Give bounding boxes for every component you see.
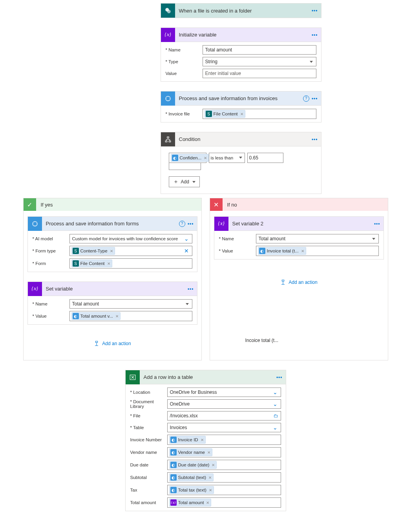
token-input[interactable]: ◐Subtotal (text)✕ <box>167 472 281 483</box>
select-input[interactable]: Invoices⌄ <box>167 423 281 432</box>
set-variable-2-menu-button[interactable]: ••• <box>374 221 380 227</box>
field-label: Name <box>33 302 69 306</box>
dynamic-token[interactable]: ◐Subtotal (text)✕ <box>169 473 214 481</box>
invoice-file-input[interactable]: S File Content ✕ <box>203 109 316 119</box>
field-label: File <box>130 413 167 418</box>
name-select[interactable]: Total amount <box>69 299 192 309</box>
add-action-icon <box>93 340 100 347</box>
process-forms-header[interactable]: Process and save information from forms … <box>28 217 197 231</box>
remove-token-button[interactable]: ✕ <box>205 501 209 505</box>
remove-token-button[interactable]: ✕ <box>106 261 110 266</box>
set-variable-header[interactable]: {𝑥} Set variable ••• <box>28 282 197 296</box>
folder-icon[interactable]: 🗀 <box>274 413 278 419</box>
init-var-menu-button[interactable]: ••• <box>312 32 318 38</box>
set-variable-card: {𝑥} Set variable ••• Name Total amount V… <box>27 282 197 325</box>
value-input[interactable]: Enter initial value <box>203 69 316 78</box>
add-condition-button[interactable]: ＋ Add <box>169 176 200 187</box>
excel-header[interactable]: Add a row into a table ••• <box>126 370 286 384</box>
clear-button[interactable]: ✕ <box>184 248 189 254</box>
dynamic-token[interactable]: {𝑥}Total amount✕ <box>169 499 212 506</box>
file-content-token[interactable]: S File Content ✕ <box>71 260 112 267</box>
token-input[interactable]: {𝑥}Total amount✕ <box>167 497 281 508</box>
select-input[interactable]: OneDrive⌄ <box>167 399 281 409</box>
flow-arrow <box>241 122 241 132</box>
trigger-header[interactable]: When a file is created in a folder ••• <box>161 4 321 18</box>
content-type-token[interactable]: S Content-Type ✕ <box>71 247 115 255</box>
condition-card: Condition ••• ◐ Confiden... ✕ is less th… <box>161 132 321 194</box>
dynamic-token[interactable]: ◐Due date (date)✕ <box>169 461 217 469</box>
remove-token-button[interactable]: ✕ <box>109 249 113 253</box>
ai-builder-icon: ◐ <box>170 449 177 455</box>
token-input[interactable]: ◐Due date (date)✕ <box>167 460 281 470</box>
condition-title: Condition <box>175 136 312 142</box>
condition-value-input[interactable]: 0.65 <box>247 153 283 163</box>
add-action-button[interactable]: Add an action <box>93 340 131 347</box>
remove-token-button[interactable]: ✕ <box>200 438 204 442</box>
process-invoices-header[interactable]: Process and save information from invoic… <box>161 91 321 106</box>
remove-token-button[interactable]: ✕ <box>203 156 207 160</box>
add-action-button[interactable]: Add an action <box>280 279 317 285</box>
ai-builder-icon: ◐ <box>170 474 177 481</box>
name-input[interactable]: Total amount <box>203 45 316 55</box>
svg-point-1 <box>167 10 170 13</box>
init-var-title: Initialize variable <box>175 32 312 38</box>
select-input[interactable]: OneDrive for Business⌄ <box>167 388 281 397</box>
form-type-input[interactable]: S Content-Type ✕ ✕ <box>69 246 192 256</box>
variable-icon: {𝑥} <box>170 499 177 506</box>
condition-header[interactable]: Condition ••• <box>161 132 321 146</box>
condition-left-input[interactable]: ◐ Confiden... ✕ <box>169 153 206 163</box>
type-select[interactable]: String <box>203 57 316 66</box>
value-input[interactable]: ◐ Invoice total (t... ✕ <box>256 246 379 256</box>
name-select[interactable]: Total amount <box>256 234 379 243</box>
chevron-down-icon <box>192 181 195 183</box>
ai-model-select[interactable]: Custom model for invoices with low confi… <box>69 234 192 243</box>
field-label: Total amount <box>130 500 167 505</box>
field-label: Subtotal <box>130 475 167 480</box>
file-input[interactable]: /Invoices.xlsx🗀 <box>167 411 281 420</box>
sharepoint-icon: S <box>206 111 212 117</box>
field-label: Vendor name <box>130 450 167 455</box>
condition-operator-select[interactable]: is less than <box>209 153 245 163</box>
flow-arrow <box>112 272 113 282</box>
dynamic-token[interactable]: ◐Invoice ID✕ <box>169 436 206 444</box>
process-forms-title: Process and save information from forms <box>42 221 179 227</box>
chevron-down-icon: ⌄ <box>273 389 278 395</box>
confidence-token[interactable]: ◐ Confiden... ✕ <box>171 154 209 162</box>
dynamic-token[interactable]: ◐Vendor name✕ <box>169 448 212 456</box>
remove-token-button[interactable]: ✕ <box>208 488 212 492</box>
remove-token-button[interactable]: ✕ <box>239 112 243 116</box>
dynamic-token[interactable]: ◐Total tax (text)✕ <box>169 486 214 494</box>
help-button[interactable]: ? <box>179 221 185 227</box>
trigger-menu-button[interactable]: ••• <box>312 8 318 13</box>
remove-token-button[interactable]: ✕ <box>211 463 215 467</box>
field-label: Invoice file <box>166 112 203 116</box>
field-label: AI model <box>33 236 69 241</box>
total-amount-token[interactable]: ◐ Total amount v... ✕ <box>71 312 121 320</box>
excel-menu-button[interactable]: ••• <box>276 375 283 380</box>
remove-token-button[interactable]: ✕ <box>208 475 212 480</box>
form-input[interactable]: S File Content ✕ <box>69 258 192 269</box>
remove-token-button[interactable]: ✕ <box>206 450 210 455</box>
field-label: Tax <box>130 488 167 492</box>
flow-arrow <box>241 82 241 91</box>
remove-token-button[interactable]: ✕ <box>300 249 304 253</box>
file-content-token[interactable]: S File Content ✕ <box>205 110 245 118</box>
plus-icon: ＋ <box>173 178 179 185</box>
invoice-total-token[interactable]: ◐ Invoice total (t... ✕ <box>258 247 306 255</box>
remove-token-button[interactable]: ✕ <box>115 314 119 318</box>
ai-builder-icon: ◐ <box>170 437 177 443</box>
token-input[interactable]: ◐Total tax (text)✕ <box>167 485 281 495</box>
process-invoices-menu-button[interactable]: ••• <box>312 96 318 101</box>
help-button[interactable]: ? <box>303 95 309 102</box>
value-input[interactable]: ◐ Total amount v... ✕ <box>69 311 192 321</box>
token-input[interactable]: ◐Invoice ID✕ <box>167 435 281 445</box>
process-forms-menu-button[interactable]: ••• <box>188 221 194 227</box>
init-var-header[interactable]: {𝑥} Initialize variable ••• <box>161 28 321 42</box>
condition-menu-button[interactable]: ••• <box>312 137 318 142</box>
set-variable-2-header[interactable]: {𝑥} Set variable 2 ••• <box>214 217 384 231</box>
token-input[interactable]: ◐Vendor name✕ <box>167 447 281 457</box>
set-variable-menu-button[interactable]: ••• <box>188 286 194 292</box>
flow-arrow <box>241 18 241 27</box>
svg-rect-6 <box>167 137 169 138</box>
chevron-down-icon: ⌄ <box>273 401 278 407</box>
